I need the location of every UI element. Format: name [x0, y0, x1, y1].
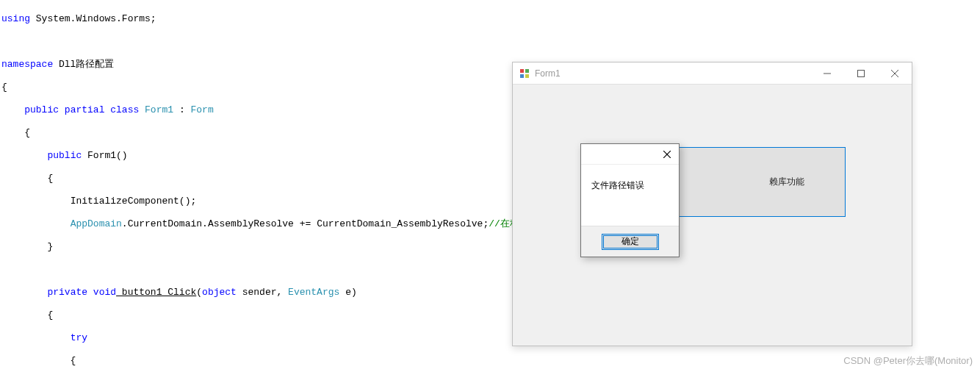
method-name: button1_Click	[116, 287, 196, 298]
svg-rect-1	[858, 70, 865, 76]
ns-text: System.Windows.Forms;	[30, 13, 156, 24]
close-icon	[663, 151, 671, 158]
kw-object: object	[202, 287, 237, 298]
maximize-button[interactable]	[844, 62, 878, 85]
code-line	[1, 36, 980, 48]
msgbox-text: 文件路径错误	[581, 165, 679, 226]
base-type: Form	[190, 104, 213, 115]
ok-button[interactable]: 确定	[602, 234, 659, 250]
kw-using: using	[1, 13, 30, 24]
ok-button-label: 确定	[621, 235, 639, 248]
close-button[interactable]	[878, 62, 912, 85]
ns-name: Dll路径配置	[53, 59, 114, 70]
type-appdomain: AppDomain	[71, 218, 122, 229]
minimize-button[interactable]	[810, 62, 844, 85]
kw-try: try	[71, 332, 87, 343]
maximize-icon	[857, 70, 865, 77]
type-eventargs: EventArgs	[288, 287, 339, 298]
client-area: 赖库功能	[513, 85, 912, 346]
kw-partial: partial	[59, 104, 104, 115]
watermark: CSDN @Peter你去哪(Monitor)	[843, 354, 973, 368]
window-controls	[810, 62, 912, 85]
kw-public: public	[47, 150, 82, 161]
kw-class: class	[104, 104, 139, 115]
app-icon	[519, 68, 530, 79]
kw-void: void	[87, 287, 116, 298]
method-call: InitializeComponent();	[71, 196, 197, 207]
code-line: using System.Windows.Forms;	[1, 13, 980, 25]
form-window: Form1 赖库功能	[512, 62, 912, 346]
kw-private: private	[47, 287, 87, 298]
msgbox-footer: 确定	[581, 226, 679, 257]
window-title: Form1	[535, 68, 810, 79]
kw-public: public	[24, 104, 59, 115]
msgbox-titlebar[interactable]	[581, 144, 679, 165]
minimize-icon	[824, 70, 831, 77]
msgbox-close-button[interactable]	[660, 147, 674, 162]
titlebar[interactable]: Form1	[513, 62, 912, 85]
kw-namespace: namespace	[1, 59, 53, 70]
close-icon	[891, 70, 898, 77]
ctor: Form1()	[82, 150, 127, 161]
code-line: {	[1, 355, 980, 367]
brace: {	[1, 82, 7, 93]
message-box: 文件路径错误 确定	[580, 143, 680, 257]
class-name: Form1	[139, 104, 173, 115]
